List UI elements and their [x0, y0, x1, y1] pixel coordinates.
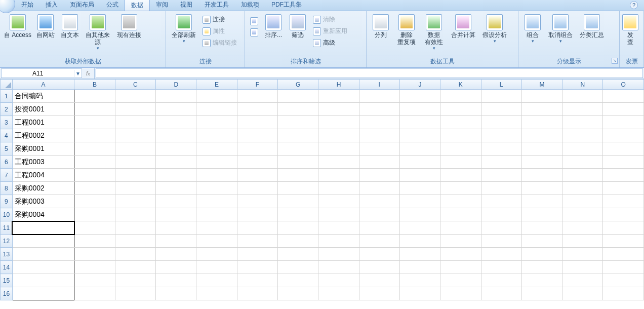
cell-M2[interactable]	[521, 103, 562, 116]
cell-A1[interactable]: 合同编码	[12, 90, 74, 103]
cell-N5[interactable]	[562, 142, 603, 156]
cell-M13[interactable]	[521, 248, 562, 261]
cell-K6[interactable]	[440, 156, 481, 169]
cell-H12[interactable]	[318, 235, 359, 248]
cell-F10[interactable]	[237, 208, 277, 221]
cell-M9[interactable]	[521, 195, 562, 208]
cell-B10[interactable]	[74, 208, 115, 221]
cell-K11[interactable]	[440, 221, 481, 235]
existing-conn-button[interactable]: 现有连接	[114, 13, 144, 38]
cell-O16[interactable]	[603, 287, 644, 300]
cell-J13[interactable]	[399, 248, 440, 261]
cell-H11[interactable]	[318, 221, 359, 235]
cell-I12[interactable]	[359, 235, 399, 248]
cell-K5[interactable]	[440, 142, 481, 156]
cell-B6[interactable]	[74, 156, 115, 169]
cell-F4[interactable]	[237, 129, 277, 142]
cell-J12[interactable]	[399, 235, 440, 248]
cell-B9[interactable]	[74, 195, 115, 208]
column-header-C[interactable]: C	[115, 80, 155, 90]
cell-H15[interactable]	[318, 274, 359, 287]
dialog-launcher-icon[interactable]: ↘	[612, 58, 618, 64]
cell-A2[interactable]: 投资0001	[12, 103, 74, 116]
cell-N3[interactable]	[562, 116, 603, 129]
cell-B3[interactable]	[74, 116, 115, 129]
advanced-button[interactable]: 高级	[311, 37, 349, 48]
cell-M15[interactable]	[521, 274, 562, 287]
cell-O9[interactable]	[603, 195, 644, 208]
cell-G8[interactable]	[277, 182, 318, 195]
cell-F12[interactable]	[237, 235, 277, 248]
cell-L13[interactable]	[481, 248, 521, 261]
cell-G11[interactable]	[277, 221, 318, 235]
cell-L5[interactable]	[481, 142, 521, 156]
cell-M8[interactable]	[521, 182, 562, 195]
cell-E3[interactable]	[196, 116, 237, 129]
cell-M7[interactable]	[521, 169, 562, 182]
tab-数据[interactable]: 数据	[125, 0, 150, 11]
cell-H3[interactable]	[318, 116, 359, 129]
column-header-A[interactable]: A	[12, 80, 74, 90]
tab-PDF工具集[interactable]: PDF工具集	[265, 0, 308, 11]
cell-F6[interactable]	[237, 156, 277, 169]
cell-G7[interactable]	[277, 169, 318, 182]
cell-G1[interactable]	[277, 90, 318, 103]
cell-L7[interactable]	[481, 169, 521, 182]
cell-L4[interactable]	[481, 129, 521, 142]
cell-A8[interactable]: 采购0002	[12, 182, 74, 195]
cell-N7[interactable]	[562, 169, 603, 182]
fx-icon[interactable]: fx	[86, 70, 90, 77]
cell-A13[interactable]	[12, 248, 74, 261]
cell-H10[interactable]	[318, 208, 359, 221]
cell-D12[interactable]	[156, 235, 196, 248]
cell-O3[interactable]	[603, 116, 644, 129]
cell-K9[interactable]	[440, 195, 481, 208]
cell-H2[interactable]	[318, 103, 359, 116]
cell-O8[interactable]	[603, 182, 644, 195]
column-header-I[interactable]: I	[359, 80, 399, 90]
cell-E7[interactable]	[196, 169, 237, 182]
cell-G12[interactable]	[277, 235, 318, 248]
cell-K2[interactable]	[440, 103, 481, 116]
cell-E9[interactable]	[196, 195, 237, 208]
cell-G14[interactable]	[277, 261, 318, 274]
cell-J4[interactable]	[399, 129, 440, 142]
cell-C2[interactable]	[115, 103, 155, 116]
cell-M14[interactable]	[521, 261, 562, 274]
cell-N8[interactable]	[562, 182, 603, 195]
cell-B7[interactable]	[74, 169, 115, 182]
cell-C12[interactable]	[115, 235, 155, 248]
cell-N6[interactable]	[562, 156, 603, 169]
cell-I15[interactable]	[359, 274, 399, 287]
cell-B1[interactable]	[74, 90, 115, 103]
cell-E1[interactable]	[196, 90, 237, 103]
cell-G16[interactable]	[277, 287, 318, 300]
cell-G3[interactable]	[277, 116, 318, 129]
cell-F15[interactable]	[237, 274, 277, 287]
row-header-8[interactable]: 8	[1, 182, 13, 195]
cell-D8[interactable]	[156, 182, 196, 195]
cell-B5[interactable]	[74, 142, 115, 156]
cell-I3[interactable]	[359, 116, 399, 129]
cell-C6[interactable]	[115, 156, 155, 169]
refresh-all-button[interactable]: 全部刷新	[169, 13, 198, 44]
from-other-button[interactable]: 自其他来源	[83, 13, 112, 51]
sort-desc-button[interactable]	[248, 27, 260, 37]
cell-A6[interactable]: 工程0003	[12, 156, 74, 169]
row-header-2[interactable]: 2	[1, 103, 13, 116]
cell-C7[interactable]	[115, 169, 155, 182]
cell-N16[interactable]	[562, 287, 603, 300]
name-box[interactable]: ▾	[1, 68, 82, 78]
cell-J14[interactable]	[399, 261, 440, 274]
cell-D2[interactable]	[156, 103, 196, 116]
cell-F8[interactable]	[237, 182, 277, 195]
cell-O12[interactable]	[603, 235, 644, 248]
cell-D10[interactable]	[156, 208, 196, 221]
tab-审阅[interactable]: 审阅	[150, 0, 174, 11]
tab-插入[interactable]: 插入	[39, 0, 64, 11]
cell-K10[interactable]	[440, 208, 481, 221]
cell-I8[interactable]	[359, 182, 399, 195]
cell-L12[interactable]	[481, 235, 521, 248]
cell-J3[interactable]	[399, 116, 440, 129]
cell-G6[interactable]	[277, 156, 318, 169]
